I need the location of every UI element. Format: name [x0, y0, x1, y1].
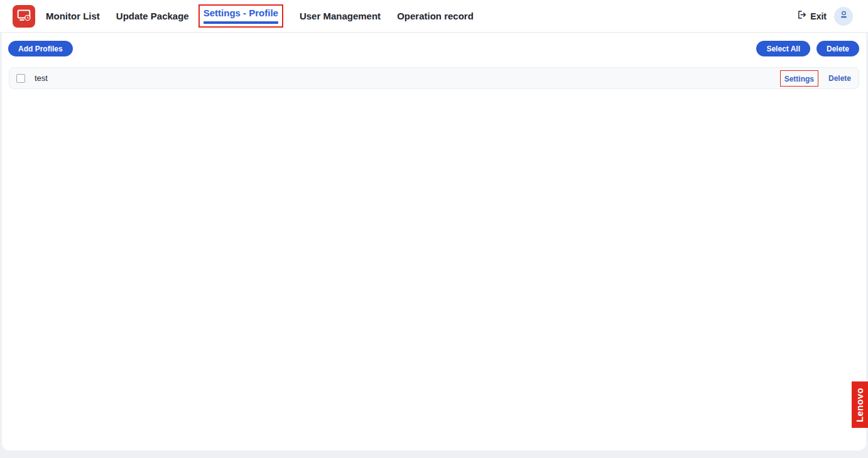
navbar-right: Exit — [796, 7, 853, 26]
active-tab-underline — [203, 21, 278, 24]
row-actions: Settings Delete — [780, 70, 851, 87]
profiles-toolbar: Add Profiles Select All Delete — [2, 33, 866, 67]
toolbar-right: Select All Delete — [756, 41, 859, 56]
monitor-clock-icon — [14, 5, 34, 28]
top-navbar: Monitor List Update Package Settings - P… — [0, 0, 868, 33]
page-root: { "colors": { "primary_button_blue": "#2… — [0, 0, 868, 458]
user-icon — [838, 9, 849, 23]
main-tabs: Monitor List Update Package Settings - P… — [46, 4, 474, 28]
profile-list-row: test Settings Delete — [9, 67, 859, 89]
tab-user-management[interactable]: User Management — [300, 11, 381, 21]
select-all-button[interactable]: Select All — [756, 41, 810, 56]
row-delete-link[interactable]: Delete — [828, 74, 851, 83]
tab-update-package[interactable]: Update Package — [116, 11, 189, 21]
profile-name: test — [35, 73, 48, 83]
annotation-box-settings-profile-tab: Settings - Profile — [198, 4, 283, 28]
annotation-box-settings-link: Settings — [780, 70, 818, 87]
row-checkbox[interactable] — [16, 74, 25, 83]
lenovo-brand-badge: Lenovo — [852, 381, 868, 428]
main-content: Add Profiles Select All Delete test Sett… — [2, 33, 866, 450]
add-profiles-button[interactable]: Add Profiles — [8, 41, 73, 56]
exit-label: Exit — [810, 11, 827, 21]
exit-button[interactable]: Exit — [796, 9, 827, 23]
user-avatar[interactable] — [834, 7, 853, 26]
logout-icon — [796, 9, 807, 23]
delete-button[interactable]: Delete — [816, 41, 859, 56]
tab-operation-record[interactable]: Operation record — [397, 11, 474, 21]
tab-settings-profile[interactable]: Settings - Profile — [203, 8, 278, 18]
lenovo-logo-text: Lenovo — [855, 387, 865, 422]
row-settings-link[interactable]: Settings — [784, 75, 814, 83]
app-logo — [13, 5, 35, 28]
tab-monitor-list[interactable]: Monitor List — [46, 11, 100, 21]
